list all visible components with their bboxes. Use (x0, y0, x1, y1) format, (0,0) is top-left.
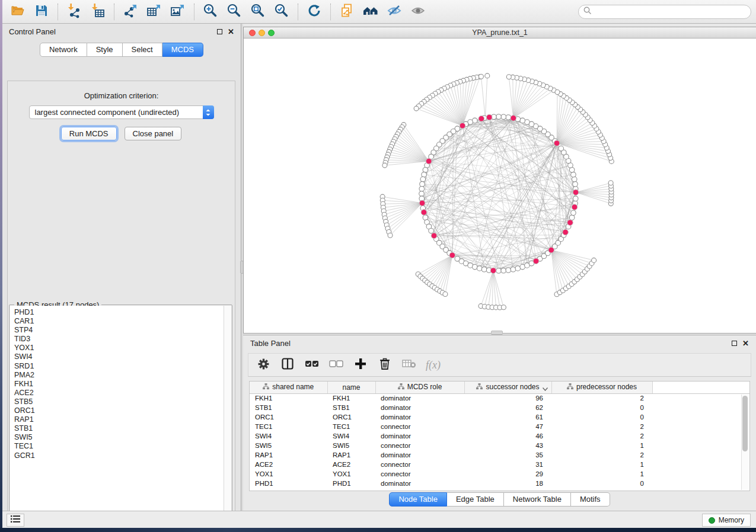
mcds-list-item[interactable]: STB1 (14, 424, 231, 433)
mcds-list-item[interactable]: YOX1 (14, 344, 231, 352)
table-row[interactable]: TEC1TEC1connector472 (250, 422, 749, 431)
table-row[interactable]: YOX1YOX1connector291 (250, 469, 749, 479)
close-panel-icon[interactable]: ✕ (228, 28, 234, 36)
mcds-node[interactable] (511, 116, 516, 121)
mcds-list-item[interactable]: PHD1 (14, 308, 231, 317)
tab-node-table[interactable]: Node Table (389, 492, 447, 507)
mcds-node[interactable] (573, 190, 579, 196)
network-node[interactable] (571, 210, 576, 216)
mcds-node[interactable] (548, 247, 554, 253)
network-canvas[interactable] (244, 39, 756, 333)
network-node[interactable] (420, 181, 425, 187)
network-node[interactable] (485, 73, 490, 78)
network-node[interactable] (481, 267, 487, 272)
mcds-node[interactable] (431, 233, 437, 239)
mcds-list-item[interactable]: STB5 (14, 398, 231, 406)
refresh-button[interactable] (302, 2, 326, 22)
close-table-panel-icon[interactable]: ✕ (742, 339, 749, 347)
table-row[interactable]: RAP1RAP1dominator352 (250, 450, 749, 460)
network-node[interactable] (429, 228, 434, 233)
close-panel-button[interactable]: Close panel (125, 127, 182, 140)
mcds-node[interactable] (486, 114, 492, 120)
network-node[interactable] (520, 118, 525, 123)
table-splitter-handle[interactable] (491, 331, 503, 335)
network-node[interactable] (555, 90, 560, 95)
mcds-list-item[interactable]: ACE2 (14, 389, 231, 398)
network-node[interactable] (496, 114, 502, 120)
network-node[interactable] (506, 75, 511, 79)
table-row[interactable]: STB1STB1dominator620 (250, 403, 749, 412)
mcds-node[interactable] (567, 220, 573, 226)
network-node[interactable] (571, 172, 576, 177)
network-node[interactable] (559, 146, 564, 151)
search-input[interactable] (595, 8, 746, 16)
home-button[interactable] (359, 2, 382, 22)
mcds-list-item[interactable]: GCR1 (14, 451, 231, 460)
export-table-button[interactable] (142, 2, 166, 22)
network-node[interactable] (477, 266, 482, 271)
network-node[interactable] (501, 268, 506, 273)
mcds-list-scrollbar[interactable] (224, 306, 231, 520)
network-node[interactable] (473, 264, 478, 270)
float-panel-icon[interactable] (217, 28, 222, 36)
network-node[interactable] (414, 106, 419, 111)
network-node[interactable] (479, 74, 483, 79)
mcds-list-item[interactable]: TEC1 (14, 442, 231, 451)
search-field[interactable] (578, 5, 751, 19)
network-node[interactable] (419, 191, 425, 197)
save-button[interactable] (30, 2, 53, 22)
mcds-node[interactable] (490, 268, 496, 274)
network-node[interactable] (501, 114, 506, 120)
mcds-node[interactable] (533, 258, 539, 264)
mcds-list-item[interactable]: CAR1 (14, 317, 231, 326)
network-node[interactable] (419, 187, 425, 192)
mcds-list-item[interactable]: ORC1 (14, 406, 231, 415)
mcds-list-item[interactable]: SWI5 (14, 433, 231, 442)
minimize-window-icon[interactable] (259, 30, 265, 36)
duplicate-view-button[interactable] (335, 2, 359, 22)
column-header-shared-name[interactable]: shared name (250, 382, 327, 393)
mcds-node[interactable] (460, 123, 465, 129)
tab-motifs[interactable]: Motifs (571, 492, 610, 507)
network-node[interactable] (511, 267, 516, 272)
task-history-button[interactable] (7, 514, 24, 527)
network-node[interactable] (573, 181, 578, 187)
mcds-node[interactable] (426, 158, 432, 164)
network-node[interactable] (501, 305, 506, 310)
tab-network[interactable]: Network (40, 43, 87, 57)
tab-edge-table[interactable]: Edge Table (447, 492, 504, 507)
zoom-out-button[interactable] (222, 2, 246, 22)
mcds-node[interactable] (449, 252, 455, 258)
show-all-button[interactable] (406, 2, 430, 22)
mcds-list-item[interactable]: PMA2 (14, 371, 231, 380)
mcds-node[interactable] (419, 200, 425, 206)
table-row[interactable]: SWI5SWI5connector431 (250, 441, 749, 450)
delete-column-button[interactable] (377, 357, 393, 373)
network-node[interactable] (572, 177, 577, 182)
table-row[interactable]: SWI4SWI4dominator462 (250, 431, 749, 441)
network-node[interactable] (443, 292, 448, 297)
network-node[interactable] (608, 181, 613, 185)
mcds-node[interactable] (563, 229, 569, 235)
network-node[interactable] (388, 233, 393, 238)
import-table-button[interactable] (86, 2, 110, 22)
zoom-selected-button[interactable] (270, 2, 294, 22)
mcds-list-item[interactable]: FKH1 (14, 380, 231, 389)
zoom-in-button[interactable] (199, 2, 222, 22)
table-row[interactable]: ACE2ACE2connector311 (250, 460, 749, 469)
mcds-list-item[interactable]: RAP1 (14, 415, 231, 424)
table-row[interactable]: PHD1PHD1dominator180 (250, 479, 749, 488)
network-node[interactable] (573, 196, 578, 201)
column-header-successor-nodes[interactable]: successor nodes (464, 382, 551, 393)
column-header-name[interactable]: name (327, 382, 375, 393)
mcds-list-item[interactable]: SWI4 (14, 352, 231, 361)
tab-select[interactable]: Select (123, 43, 162, 57)
table-row[interactable]: FKH1FKH1dominator962 (250, 393, 749, 403)
criterion-select[interactable]: largest connected component (undirected) (29, 105, 214, 119)
table-scrollbar-thumb[interactable] (742, 396, 748, 451)
open-button[interactable] (6, 2, 30, 22)
select-all-button[interactable] (304, 357, 320, 373)
zoom-window-icon[interactable] (268, 30, 275, 36)
column-header-predecessor-nodes[interactable]: predecessor nodes (551, 382, 652, 393)
float-table-panel-icon[interactable] (732, 340, 737, 347)
